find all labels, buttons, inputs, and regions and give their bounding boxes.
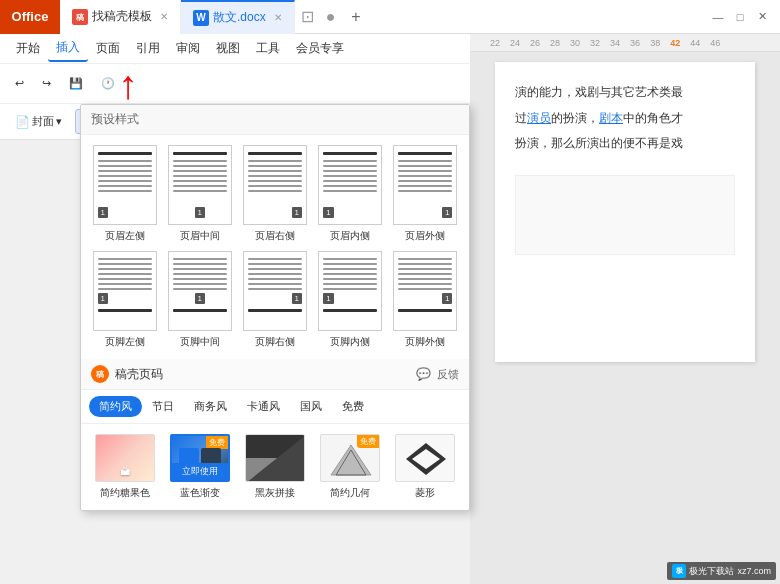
tab-display-btn[interactable]: ⊡ <box>295 7 320 26</box>
grass-title: 稿壳页码 <box>115 366 410 383</box>
preset-item-3[interactable]: 1 页眉内侧 <box>317 145 384 243</box>
template-item-3[interactable]: 免费 简约几何 <box>317 434 384 500</box>
preset-item-0[interactable]: 1 页眉左侧 <box>91 145 158 243</box>
doc-content: 演的能力，戏剧与其它艺术类最 过演员的扮演，剧本中的角色才 扮演，那么所演出的便… <box>495 62 755 362</box>
style-tab-guofeng[interactable]: 国风 <box>290 396 332 417</box>
preset-thumb-9: 1 <box>393 251 457 331</box>
preset-label-9: 页脚外侧 <box>405 335 445 349</box>
ruler-mark: 36 <box>630 38 640 48</box>
comment-icon: 💬 <box>416 367 431 381</box>
svg-text:稿: 稿 <box>75 12 84 22</box>
preset-item-4[interactable]: 1 页眉外侧 <box>392 145 459 243</box>
fengmian-icon: 📄 <box>15 115 30 129</box>
maximize-button[interactable]: □ <box>730 7 750 27</box>
template-thumb-1: 免费 立即使用 <box>170 434 230 482</box>
preset-label-1: 页眉中间 <box>180 229 220 243</box>
doc-line-3: 扮演，那么所演出的便不再是戏 <box>515 133 735 155</box>
menu-reference[interactable]: 引用 <box>128 36 168 61</box>
preset-thumb-7: 1 <box>243 251 307 331</box>
ruler-mark: 32 <box>590 38 600 48</box>
moban-tab-close[interactable]: ✕ <box>160 11 168 22</box>
menu-review[interactable]: 审阅 <box>168 36 208 61</box>
menu-view[interactable]: 视图 <box>208 36 248 61</box>
preset-item-2[interactable]: 1 页眉右侧 <box>241 145 308 243</box>
preset-item-6[interactable]: 1 页脚中间 <box>166 251 233 349</box>
preset-thumb-1: 1 <box>168 145 232 225</box>
feedback-button[interactable]: 反馈 <box>437 367 459 382</box>
template-thumb-0: 🏔 <box>95 434 155 482</box>
docx-tab-icon: W <box>193 10 209 26</box>
ruler-mark: 22 <box>490 38 500 48</box>
template-item-1[interactable]: 免费 立即使用 蓝色渐变 <box>166 434 233 500</box>
preset-label-4: 页眉外侧 <box>405 229 445 243</box>
use-btn-1[interactable]: 立即使用 <box>172 463 228 480</box>
save-button[interactable]: 💾 <box>62 72 90 95</box>
template-item-0[interactable]: 🏔 简约糖果色 <box>91 434 158 500</box>
template-thumb-4 <box>395 434 455 482</box>
template-item-4[interactable]: 菱形 <box>392 434 459 500</box>
tab-docx[interactable]: W 散文.docx ✕ <box>181 0 295 34</box>
ruler-mark: 26 <box>530 38 540 48</box>
tab-audio-btn[interactable]: ● <box>320 8 342 26</box>
style-tab-free[interactable]: 免费 <box>332 396 374 417</box>
doc-link-actor[interactable]: 演员 <box>527 111 551 125</box>
title-bar: Office 稿 找稿壳模板 ✕ W 散文.docx ✕ ⊡ ● + — □ ✕ <box>0 0 780 34</box>
window-controls: — □ ✕ <box>708 7 780 27</box>
doc-link-script[interactable]: 剧本 <box>599 111 623 125</box>
doc-line-2: 过演员的扮演，剧本中的角色才 <box>515 108 735 130</box>
template-grid: 🏔 简约糖果色 免费 立即使用 蓝色渐变 <box>81 424 469 510</box>
style-tab-katong[interactable]: 卡通风 <box>237 396 290 417</box>
menu-insert[interactable]: 插入 <box>48 35 88 62</box>
preset-label-0: 页眉左侧 <box>105 229 145 243</box>
docx-tab-label: 散文.docx <box>213 9 266 26</box>
ruler-mark: 34 <box>610 38 620 48</box>
undo-button[interactable]: ↩ <box>8 72 31 95</box>
template-label-2: 黑灰拼接 <box>255 486 295 500</box>
history-button[interactable]: 🕐 <box>94 72 122 95</box>
preset-item-5[interactable]: 1 页脚左侧 <box>91 251 158 349</box>
ruler-mark: 44 <box>690 38 700 48</box>
preset-item-8[interactable]: 1 页脚内侧 <box>317 251 384 349</box>
menu-vip[interactable]: 会员专享 <box>288 36 352 61</box>
template-label-3: 简约几何 <box>330 486 370 500</box>
grass-logo: 稿 <box>91 365 109 383</box>
preset-item-1[interactable]: 1 页眉中间 <box>166 145 233 243</box>
preset-item-9[interactable]: 1 页脚外侧 <box>392 251 459 349</box>
menu-page[interactable]: 页面 <box>88 36 128 61</box>
doc-empty-area <box>515 175 735 255</box>
ruler-mark: 46 <box>710 38 720 48</box>
moban-tab-icon: 稿 <box>72 9 88 25</box>
preset-label-3: 页眉内侧 <box>330 229 370 243</box>
fengmian-button[interactable]: 📄 封面 ▾ <box>8 109 69 134</box>
style-tab-jieri[interactable]: 节日 <box>142 396 184 417</box>
fengmian-label: 封面 <box>32 114 54 129</box>
template-item-2[interactable]: 黑灰拼接 <box>241 434 308 500</box>
preset-dropdown: 预设样式 1 页眉左侧 <box>80 104 470 511</box>
preset-thumb-8: 1 <box>318 251 382 331</box>
fengmian-arrow: ▾ <box>56 115 62 128</box>
style-tab-shangwu[interactable]: 商务风 <box>184 396 237 417</box>
ruler-mark: 30 <box>570 38 580 48</box>
template-label-0: 简约糖果色 <box>100 486 150 500</box>
style-tabs: 简约风 节日 商务风 卡通风 国风 免费 <box>81 390 469 424</box>
preset-thumb-4: 1 <box>393 145 457 225</box>
preset-item-7[interactable]: 1 页脚右侧 <box>241 251 308 349</box>
watermark: 极 极光下载站 xz7.com <box>667 562 776 580</box>
menu-start[interactable]: 开始 <box>8 36 48 61</box>
new-tab-button[interactable]: + <box>341 0 370 34</box>
redo-button[interactable]: ↪ <box>35 72 58 95</box>
watermark-text: 极光下载站 <box>689 565 734 578</box>
minimize-button[interactable]: — <box>708 7 728 27</box>
docx-tab-close[interactable]: ✕ <box>274 12 282 23</box>
preset-thumb-0: 1 <box>93 145 157 225</box>
tab-moban[interactable]: 稿 找稿壳模板 ✕ <box>60 0 181 34</box>
template-thumb-2 <box>245 434 305 482</box>
template-thumb-3: 免费 <box>320 434 380 482</box>
office-logo: Office <box>0 0 60 34</box>
ruler-mark: 24 <box>510 38 520 48</box>
menu-tools[interactable]: 工具 <box>248 36 288 61</box>
close-button[interactable]: ✕ <box>752 7 772 27</box>
grass-header: 稿 稿壳页码 💬 反馈 <box>81 359 469 390</box>
style-tab-jianyu[interactable]: 简约风 <box>89 396 142 417</box>
preset-label-5: 页脚左侧 <box>105 335 145 349</box>
